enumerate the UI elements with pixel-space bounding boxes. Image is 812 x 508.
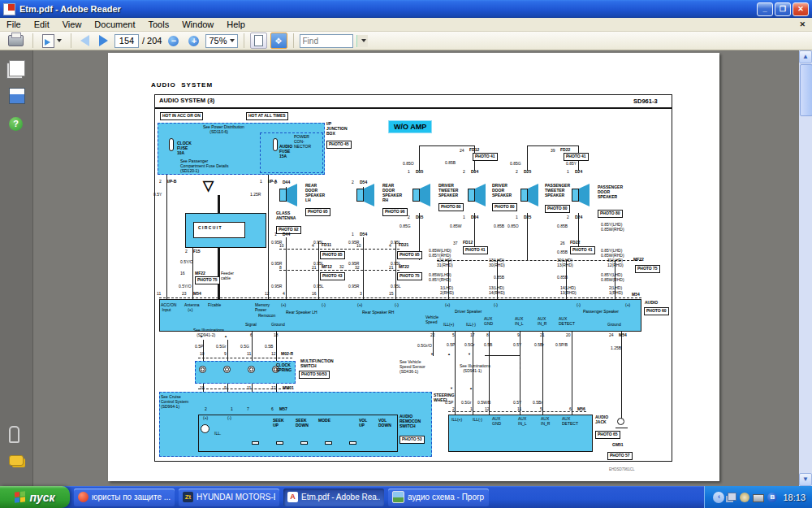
page-icon [254,35,263,46]
page-total-label: / 204 [142,36,162,46]
toolbar-separator [32,33,33,48]
previous-page-icon [80,35,89,46]
zoom-level-dropdown[interactable]: 75% [205,34,237,48]
system-tray: ‹B18:13 [704,486,812,508]
fit-page-button[interactable]: ✥ [270,33,287,49]
scroll-down-button[interactable]: ▼ [799,473,812,486]
chevron-down-icon [57,39,62,42]
pdf-page[interactable] [108,53,719,481]
menubar: FileEditViewDocumentToolsWindowHelp✕ [0,18,812,32]
task-button-label: HYUNDAI MOTORS-E... [197,493,275,501]
menu-item-file[interactable]: File [0,18,28,31]
taskbar-clock: 18:13 [783,493,806,502]
toolbar-close-icon[interactable]: ✕ [799,20,806,28]
task-button-label: аудио схема - Прогр... [408,493,485,501]
vertical-scrollbar[interactable]: ▲ ▼ [799,50,812,486]
bluetooth-icon[interactable]: B [767,493,777,502]
toolbar-separator [293,33,294,48]
minimize-button[interactable]: _ [757,2,773,16]
network-icon[interactable] [728,493,736,501]
printer-icon [8,35,24,46]
chevron-down-icon [230,39,235,42]
menu-item-edit[interactable]: Edit [28,18,56,31]
pages-panel-icon[interactable] [9,60,25,76]
comments-panel-icon[interactable] [9,455,24,466]
close-button[interactable]: ✕ [793,2,809,16]
page-number-input[interactable] [114,34,139,48]
zoom-level-value: 75% [209,36,227,46]
scroll-up-button[interactable]: ▲ [799,50,812,63]
task-button-browser[interactable]: юристы по защите ... [74,488,175,506]
attachments-panel-icon[interactable] [9,426,19,443]
browser-icon [78,492,89,502]
menu-item-window[interactable]: Window [175,18,220,31]
email-button[interactable] [39,32,65,50]
email-document-icon [42,34,54,48]
help-icon[interactable]: ? [9,117,23,131]
printer-icon[interactable] [753,494,764,502]
collapse-chevron-icon[interactable]: ‹ [713,492,724,503]
task-button-image[interactable]: аудио схема - Прогр... [388,488,489,506]
window-title: Etm.pdf - Adobe Reader [19,4,757,14]
task-button-pdf[interactable]: AEtm.pdf - Adobe Rea... [283,488,384,506]
next-page-icon [99,35,108,46]
menu-item-document[interactable]: Document [88,18,141,31]
find-input[interactable] [300,36,352,46]
menu-item-tools[interactable]: Tools [142,18,176,31]
menu-item-view[interactable]: View [56,18,89,31]
task-button-forum[interactable]: ZtHYUNDAI MOTORS-E... [179,488,279,506]
restore-button[interactable]: ❐ [775,2,791,16]
windows-logo-icon [15,491,25,502]
task-button-label: Etm.pdf - Adobe Rea... [301,493,380,501]
volume-icon[interactable] [740,493,749,502]
toolbar-separator [244,33,244,48]
next-page-button[interactable] [96,32,111,50]
bookmarks-panel-icon[interactable] [9,88,25,104]
chevron-down-icon [361,39,366,42]
zoom-out-button[interactable]: − [165,32,182,50]
document-workarea: ? ▲ ▼ [0,50,812,486]
start-button-label: пуск [29,491,54,504]
titlebar[interactable]: Etm.pdf - Adobe Reader _ ❐ ✕ [0,0,812,18]
navigation-sidebar: ? [0,50,33,486]
toolbar: / 204 − + 75% ✥ [0,32,812,50]
image-icon [392,491,404,503]
find-dropdown[interactable] [356,35,368,47]
adobe-reader-app-icon [3,3,15,15]
zoom-in-button[interactable]: + [185,32,202,50]
scrollbar-thumb[interactable] [800,64,812,116]
menu-item-help[interactable]: Help [220,18,252,31]
taskbar: пуск юристы по защите ...ZtHYUNDAI MOTOR… [0,486,812,508]
print-button[interactable] [5,32,27,50]
zoom-out-icon: − [168,36,179,46]
pdf-icon: A [287,492,298,502]
zoom-in-icon: + [188,36,199,46]
find-box [300,34,353,48]
screen: Etm.pdf - Adobe Reader _ ❐ ✕ FileEditVie… [0,0,812,508]
start-button[interactable]: пуск [0,486,70,508]
toolbar-separator [71,33,71,48]
scrolling-mode-button[interactable] [250,33,267,49]
forum-icon: Zt [183,492,193,502]
previous-page-button[interactable] [77,32,93,50]
task-button-label: юристы по защите ... [92,493,171,501]
